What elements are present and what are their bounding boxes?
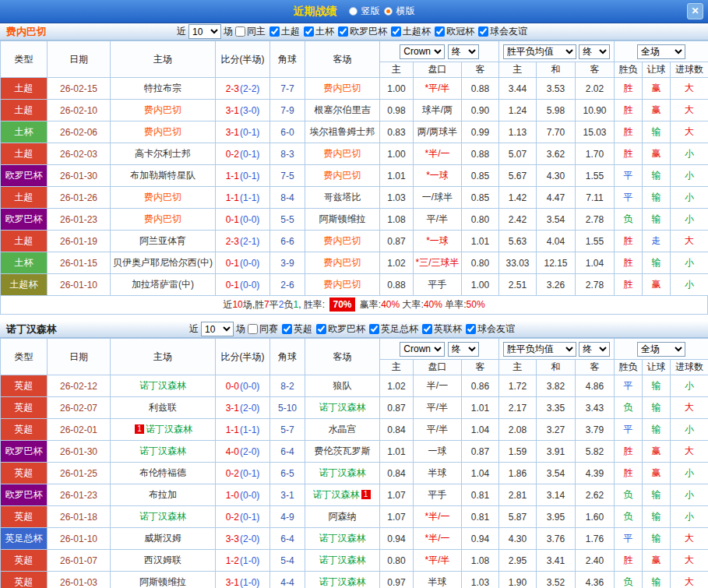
fulltime-select[interactable]: 全场 — [637, 44, 685, 59]
filter-checkbox-input[interactable] — [248, 324, 258, 334]
final-odds-select[interactable]: 终 — [448, 44, 479, 59]
match-date[interactable]: 26-01-30 — [48, 441, 111, 463]
away-team[interactable]: 诺丁汉森林1 — [305, 484, 380, 506]
away-team[interactable]: 费内巴切 — [305, 143, 380, 165]
match-date[interactable]: 26-02-07 — [48, 397, 111, 419]
away-team[interactable]: 诺丁汉森林 — [305, 528, 380, 550]
filter-checkbox-input[interactable] — [304, 26, 314, 37]
match-date[interactable]: 26-01-15 — [48, 252, 111, 274]
home-team[interactable]: 布拉加 — [111, 484, 216, 506]
match-date[interactable]: 26-02-12 — [48, 375, 111, 397]
home-team[interactable]: 利兹联 — [111, 397, 216, 419]
filter-checkbox[interactable]: 英超 — [282, 322, 312, 336]
match-date[interactable]: 26-02-15 — [48, 78, 111, 100]
match-date[interactable]: 26-02-03 — [48, 143, 111, 165]
home-team[interactable]: 费内巴切 — [111, 100, 216, 121]
match-date[interactable]: 26-01-19 — [48, 231, 111, 252]
filter-checkbox[interactable]: 欧罗巴杯 — [316, 322, 365, 336]
bookmaker-select[interactable]: Crown — [400, 342, 445, 357]
home-team[interactable]: 费内巴切 — [111, 187, 216, 209]
match-date[interactable]: 26-02-01 — [48, 419, 111, 441]
filter-checkbox[interactable]: 英足总杯 — [369, 322, 418, 336]
away-team[interactable]: 费内巴切 — [305, 78, 380, 100]
match-date[interactable]: 26-01-10 — [48, 528, 111, 550]
filter-checkbox[interactable]: 英联杯 — [422, 322, 462, 336]
home-team[interactable]: 布加勒斯特星队 — [111, 165, 216, 187]
away-team[interactable]: 费内巴切 — [305, 231, 380, 252]
home-team[interactable]: 费内巴切 — [111, 209, 216, 231]
home-team[interactable]: 1诺丁汉森林 — [111, 419, 216, 441]
match-count-select[interactable]: 10 — [188, 24, 221, 39]
final-odds-select[interactable]: 终 — [448, 342, 479, 357]
away-team[interactable]: 诺丁汉森林 — [305, 463, 380, 484]
home-team[interactable]: 诺丁汉森林 — [111, 375, 216, 397]
filter-checkbox-input[interactable] — [235, 26, 245, 37]
away-team[interactable]: 费内巴切 — [305, 252, 380, 274]
filter-checkbox[interactable]: 土超杯 — [391, 25, 431, 38]
match-date[interactable]: 26-01-18 — [48, 506, 111, 528]
final-avg-select[interactable]: 终 — [579, 44, 610, 59]
match-date[interactable]: 26-01-23 — [48, 484, 111, 506]
vertical-radio-label[interactable]: 竖版 — [361, 5, 380, 18]
filter-checkbox[interactable]: 球会友谊 — [466, 322, 515, 336]
home-team[interactable]: 威斯汉姆 — [111, 528, 216, 550]
away-team[interactable]: 哥兹塔比 — [305, 187, 380, 209]
home-team[interactable]: 阿斯顿维拉 — [111, 572, 216, 588]
match-date[interactable]: 26-02-10 — [48, 100, 111, 121]
filter-checkbox[interactable]: 同赛 — [248, 322, 278, 336]
filter-checkbox-input[interactable] — [466, 324, 476, 334]
bookmaker-select[interactable]: Crown — [400, 44, 445, 59]
away-team[interactable]: 狼队 — [305, 375, 380, 397]
home-team[interactable]: 阿兰亚体育 — [111, 231, 216, 252]
filter-checkbox[interactable]: 同主 — [235, 25, 266, 38]
match-date[interactable]: 26-02-06 — [48, 121, 111, 143]
match-date[interactable]: 26-01-23 — [48, 209, 111, 231]
filter-checkbox[interactable]: 土杯 — [304, 25, 334, 38]
filter-checkbox[interactable]: 欧罗巴杯 — [338, 25, 387, 38]
home-team[interactable]: 高卡尔利士邦 — [111, 143, 216, 165]
away-team[interactable]: 费伦茨瓦罗斯 — [305, 441, 380, 463]
filter-checkbox-input[interactable] — [269, 26, 280, 37]
away-team[interactable]: 根塞尔伯里吉 — [305, 100, 380, 121]
filter-checkbox-input[interactable] — [369, 324, 379, 334]
home-team[interactable]: 费内巴切 — [111, 121, 216, 143]
avg-odds-select[interactable]: 胜平负均值 — [503, 44, 576, 59]
home-team[interactable]: 诺丁汉森林 — [111, 441, 216, 463]
away-team[interactable]: 埃尔祖鲁姆士邦 — [305, 121, 380, 143]
match-date[interactable]: 26-01-25 — [48, 463, 111, 484]
vertical-radio[interactable] — [349, 7, 358, 16]
final-avg-select[interactable]: 终 — [579, 342, 610, 357]
match-date[interactable]: 26-01-03 — [48, 572, 111, 588]
match-date[interactable]: 26-01-07 — [48, 550, 111, 572]
horizontal-radio-label[interactable]: 横版 — [396, 5, 415, 18]
horizontal-radio[interactable] — [384, 7, 393, 16]
away-team[interactable]: 诺丁汉森林 — [305, 397, 380, 419]
match-count-select[interactable]: 10 — [201, 322, 234, 336]
home-team[interactable]: 贝伊奥卢耶尼恰尔西(中) — [111, 252, 216, 274]
away-team[interactable]: 诺丁汉森林 — [305, 550, 380, 572]
home-team[interactable]: 特拉布宗 — [111, 78, 216, 100]
home-team[interactable]: 布伦特福德 — [111, 463, 216, 484]
filter-checkbox-input[interactable] — [316, 324, 326, 334]
home-team[interactable]: 诺丁汉森林 — [111, 506, 216, 528]
away-team[interactable]: 水晶宫 — [305, 419, 380, 441]
filter-checkbox-input[interactable] — [338, 26, 348, 37]
home-team[interactable]: 加拉塔萨雷(中) — [111, 274, 216, 296]
filter-checkbox-input[interactable] — [282, 324, 292, 334]
avg-odds-select[interactable]: 胜平负均值 — [503, 342, 576, 357]
away-team[interactable]: 阿斯顿维拉 — [305, 209, 380, 231]
filter-checkbox-input[interactable] — [478, 26, 488, 37]
filter-checkbox-input[interactable] — [422, 324, 432, 334]
match-date[interactable]: 26-01-10 — [48, 274, 111, 296]
away-team[interactable]: 费内巴切 — [305, 165, 380, 187]
match-date[interactable]: 26-01-30 — [48, 165, 111, 187]
filter-checkbox-input[interactable] — [435, 26, 445, 37]
away-team[interactable]: 阿森纳 — [305, 506, 380, 528]
fulltime-select[interactable]: 全场 — [637, 342, 685, 357]
filter-checkbox[interactable]: 球会友谊 — [478, 25, 527, 38]
away-team[interactable]: 费内巴切 — [305, 274, 380, 296]
home-team[interactable]: 西汉姆联 — [111, 550, 216, 572]
filter-checkbox[interactable]: 欧冠杯 — [435, 25, 474, 38]
close-button[interactable]: ✕ — [687, 3, 703, 19]
match-date[interactable]: 26-01-26 — [48, 187, 111, 209]
